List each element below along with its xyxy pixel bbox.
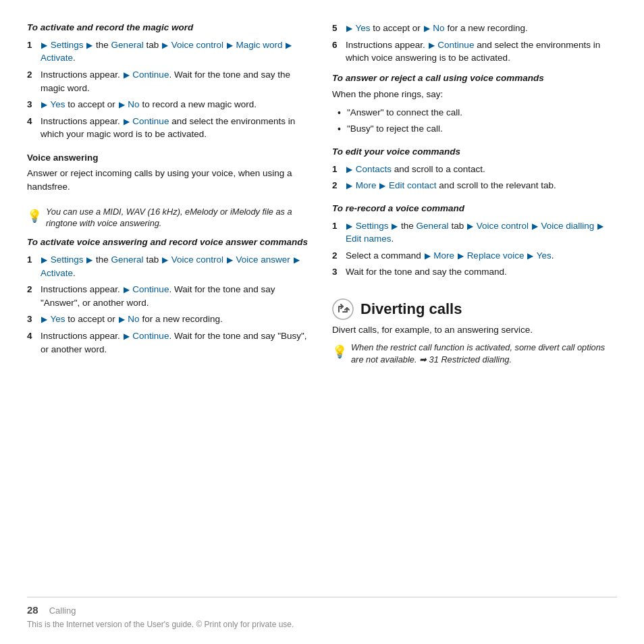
section5-title: To edit your voice commands [332, 146, 617, 159]
arrow-icon: ▶ [86, 41, 92, 50]
arrow-icon: ▶ [227, 255, 233, 265]
step-number: 1 [27, 38, 38, 52]
step-number: 1 [332, 163, 343, 176]
step-text: ▶ Yes to accept or ▶ No for a new record… [41, 313, 312, 326]
voice-control-link[interactable]: Voice control [171, 40, 223, 50]
arrow-icon: ▶ [346, 165, 352, 174]
lightbulb-icon: 💡 [27, 207, 42, 225]
arrow-icon: ▶ [124, 70, 130, 80]
voice-answer-link[interactable]: Voice answer [236, 254, 290, 265]
yes-link[interactable]: Yes [537, 250, 552, 261]
table-row: 2 ▶ More ▶ Edit contact and scroll to th… [332, 179, 617, 192]
replace-voice-link[interactable]: Replace voice [467, 250, 525, 261]
step-text: ▶ Yes to accept or ▶ No for a new record… [346, 22, 617, 35]
continue-link[interactable]: Continue [132, 284, 169, 294]
step-text: ▶ Yes to accept or ▶ No to record a new … [41, 98, 312, 111]
tip-text: You can use a MIDI, WAV (16 kHz), eMelod… [46, 206, 312, 230]
continue-link[interactable]: Continue [132, 331, 169, 341]
edit-names-link[interactable]: Edit names [346, 234, 392, 244]
bullet-text: "Busy" to reject the call. [347, 122, 443, 136]
arrow-icon: ▶ [124, 117, 130, 126]
step-number: 3 [27, 313, 38, 326]
activate-link[interactable]: Activate [41, 268, 73, 278]
continue-link[interactable]: Continue [437, 40, 474, 50]
two-column-layout: To activate and record the magic word 1 … [27, 22, 617, 586]
more-link[interactable]: More [356, 180, 377, 190]
arrow-icon: ▶ [379, 181, 385, 190]
no-link[interactable]: No [128, 99, 139, 109]
table-row: 1 ▶ Settings ▶ the General tab ▶ Voice c… [27, 38, 312, 65]
page: To activate and record the magic word 1 … [0, 0, 644, 644]
voice-dialling-link[interactable]: Voice dialling [541, 221, 595, 231]
step-text: Instructions appear. ▶ Continue. Wait fo… [41, 68, 312, 95]
table-row: 4 Instructions appear. ▶ Continue and se… [27, 115, 312, 141]
arrow-icon: ▶ [294, 255, 300, 265]
yes-link[interactable]: Yes [356, 23, 371, 33]
arrow-icon: ▶ [429, 41, 435, 50]
bullet-text: "Answer" to connect the call. [347, 106, 462, 119]
arrow-icon: ▶ [41, 41, 47, 50]
section6-steps: 1 ▶ Settings ▶ the General tab ▶ Voice c… [332, 219, 617, 282]
step-text: ▶ Contacts and scroll to a contact. [346, 163, 617, 176]
step-number: 4 [27, 329, 38, 343]
settings-link[interactable]: Settings [356, 221, 389, 231]
step-text: Instructions appear. ▶ Continue. Wait fo… [41, 283, 312, 309]
step-number: 1 [27, 253, 38, 267]
arrow-icon: ▶ [467, 221, 473, 231]
voice-control-link[interactable]: Voice control [477, 221, 529, 231]
contacts-link[interactable]: Contacts [356, 164, 392, 174]
section3-title: To activate voice answering and record v… [27, 236, 312, 249]
bullet-icon: • [338, 106, 347, 119]
section1-steps: 1 ▶ Settings ▶ the General tab ▶ Voice c… [27, 38, 312, 144]
general-link[interactable]: General [111, 254, 144, 265]
settings-link[interactable]: Settings [51, 254, 84, 265]
step-text: ▶ Settings ▶ the General tab ▶ Voice con… [41, 253, 312, 279]
more-link[interactable]: More [433, 250, 454, 261]
continue-link[interactable]: Continue [132, 70, 169, 80]
the-text: the [96, 40, 111, 50]
step-text: ▶ Settings ▶ the General tab ▶ Voice con… [41, 38, 312, 65]
general-tab-link[interactable]: General [111, 40, 144, 50]
activate-link[interactable]: Activate [41, 53, 73, 63]
right-top-steps: 5 ▶ Yes to accept or ▶ No for a new reco… [332, 22, 617, 68]
step-number: 2 [27, 283, 38, 296]
no-link[interactable]: No [433, 23, 444, 33]
arrow-icon: ▶ [527, 251, 533, 261]
table-row: 4 Instructions appear. ▶ Continue. Wait … [27, 329, 312, 356]
tip-box: 💡 You can use a MIDI, WAV (16 kHz), eMel… [27, 206, 312, 230]
magic-word-link[interactable]: Magic word [236, 40, 283, 50]
step-number: 1 [332, 219, 343, 233]
settings-link[interactable]: Settings [51, 40, 84, 50]
section6-title: To re-record a voice command [332, 203, 617, 215]
step-text: Instructions appear. ▶ Continue. Wait fo… [41, 329, 312, 356]
yes-link[interactable]: Yes [51, 99, 65, 109]
table-row: 3 ▶ Yes to accept or ▶ No for a new reco… [27, 313, 312, 326]
no-link[interactable]: No [128, 314, 139, 324]
step-number: 3 [27, 98, 38, 111]
continue-link[interactable]: Continue [132, 116, 169, 126]
divert-tip-box: 💡 When the restrict call function is act… [332, 342, 617, 366]
when-phone-rings: When the phone rings, say: [332, 88, 617, 101]
arrow-icon: ▶ [86, 255, 92, 265]
arrow-icon: ▶ [346, 24, 352, 33]
arrow-icon: ▶ [124, 331, 130, 341]
step-text: Instructions appear. ▶ Continue and sele… [41, 115, 312, 141]
step-number: 4 [27, 115, 38, 128]
step-text: Select a command ▶ More ▶ Replace voice … [346, 249, 617, 263]
footer-section-label: Calling [49, 605, 76, 618]
general-link[interactable]: General [417, 221, 449, 231]
table-row: 2 Instructions appear. ▶ Continue. Wait … [27, 283, 312, 309]
arrow-icon: ▶ [119, 100, 125, 109]
divert-section: Diverting calls Divert calls, for exampl… [332, 289, 617, 373]
voice-control-link[interactable]: Voice control [171, 254, 223, 265]
yes-link[interactable]: Yes [51, 314, 65, 324]
lightbulb-icon: 💡 [332, 343, 347, 360]
step-number: 3 [332, 265, 343, 279]
edit-contact-link[interactable]: Edit contact [389, 180, 437, 190]
right-column: 5 ▶ Yes to accept or ▶ No for a new reco… [332, 22, 617, 586]
period: . [73, 53, 76, 63]
step-text: Wait for the tone and say the command. [346, 265, 617, 279]
section1-title: To activate and record the magic word [27, 22, 312, 34]
divert-header: Diverting calls [332, 298, 617, 320]
arrow-icon: ▶ [392, 221, 398, 231]
